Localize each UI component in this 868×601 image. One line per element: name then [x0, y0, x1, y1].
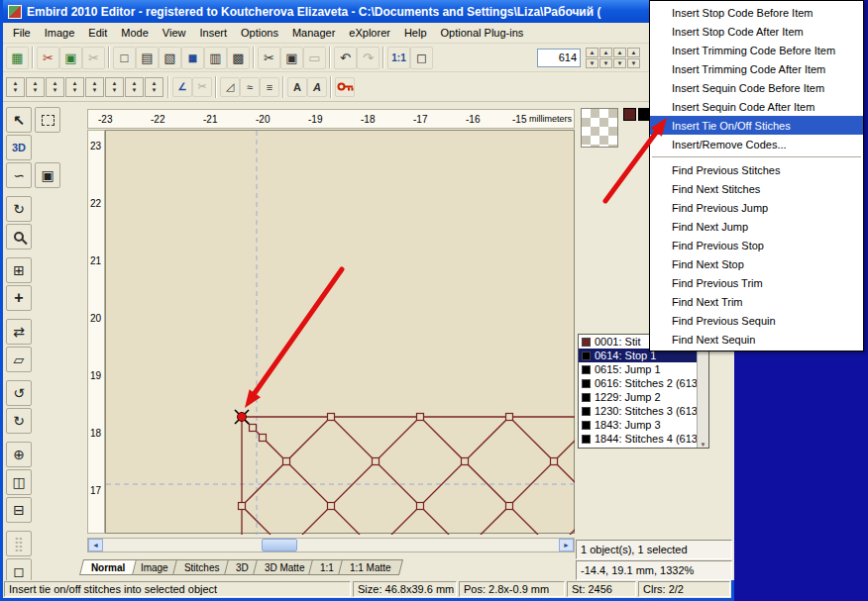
3d-view-tool[interactable]: 3D	[6, 135, 32, 160]
design-canvas[interactable]	[105, 130, 575, 534]
measure-tool-button[interactable]: ◿	[220, 77, 240, 97]
menu-item-find-next-jump[interactable]: Find Next Jump	[650, 217, 863, 236]
menu-view[interactable]: View	[156, 24, 193, 42]
menu-item-find-next-stitches[interactable]: Find Next Stitches	[650, 179, 863, 198]
clone-tool[interactable]: ⊞	[6, 257, 32, 283]
menu-item-find-prev-stop[interactable]: Find Previous Stop	[650, 236, 863, 254]
zoom-one-to-one-button[interactable]: 1:1	[387, 47, 410, 69]
menu-explorer[interactable]: eXplorer	[342, 24, 397, 42]
list-item[interactable]: 1230: Stitches 3 (613)	[579, 404, 708, 418]
horizontal-scrollbar[interactable]: ◄ ►	[87, 538, 575, 552]
list-item[interactable]: 1844: Stitches 4 (613)	[579, 432, 708, 446]
select-tool[interactable]: ↖	[6, 107, 32, 133]
menu-item-insert-sequin-after[interactable]: Insert Sequin Code After Item	[650, 97, 863, 116]
menu-item-find-next-sequin[interactable]: Find Next Sequin	[650, 330, 863, 349]
density-tool[interactable]: ⣿	[6, 531, 32, 556]
move-tool[interactable]: +	[6, 285, 32, 311]
rotate-left-tool[interactable]: ↺	[6, 380, 32, 406]
tab-3d-matte[interactable]: 3D Matte	[253, 559, 317, 575]
stitch-nav-button[interactable]: ▲▼	[105, 77, 124, 97]
menu-item-insert-remove-codes[interactable]: Insert/Remove Codes...	[650, 135, 863, 153]
menu-item-find-prev-stitches[interactable]: Find Previous Stitches	[650, 160, 863, 179]
stitch-nav-button[interactable]: ▲▼	[145, 77, 163, 97]
menu-item-find-prev-trim[interactable]: Find Previous Trim	[650, 273, 863, 292]
menu-item-insert-sequin-before[interactable]: Insert Sequin Code Before Item	[650, 78, 863, 97]
menu-file[interactable]: File	[6, 24, 38, 42]
list-item[interactable]: 1229: Jump 2	[579, 390, 708, 404]
trim-button[interactable]: ✂	[37, 47, 59, 69]
import-button[interactable]: ▧	[159, 47, 181, 69]
center-tool[interactable]: ⊕	[6, 442, 32, 467]
rect-select-tool[interactable]	[35, 107, 60, 133]
scissors-tool-button[interactable]: ✂	[192, 77, 212, 97]
stitch-nav-button[interactable]: ▲▼	[6, 77, 25, 97]
menu-item-insert-trim-before[interactable]: Insert Trimming Code Before Item	[650, 41, 863, 59]
lasso-tool[interactable]: ∽	[6, 162, 32, 188]
spinner-up-button[interactable]: ▲	[613, 48, 626, 57]
menu-insert[interactable]: Insert	[192, 24, 234, 42]
angle-tool-button[interactable]: ∠	[172, 77, 192, 97]
tab-stitches[interactable]: Stitches	[172, 559, 232, 575]
stitch-nav-button[interactable]: ▲▼	[85, 77, 104, 97]
menu-optional-plugins[interactable]: Optional Plug-ins	[434, 24, 531, 42]
rotate-tool[interactable]: ↻	[6, 196, 32, 222]
menu-manager[interactable]: Manager	[285, 24, 342, 42]
scroll-right-button[interactable]: ►	[559, 539, 574, 551]
spinner-up-button[interactable]: ▲	[627, 48, 640, 57]
split-vertical-tool[interactable]: ◫	[6, 469, 32, 495]
menu-edit[interactable]: Edit	[81, 24, 114, 42]
spinner-down-button[interactable]: ▼	[599, 58, 612, 68]
undo-button[interactable]: ↶	[334, 47, 357, 69]
menu-item-find-next-trim[interactable]: Find Next Trim	[650, 292, 863, 311]
new-button[interactable]: □	[113, 47, 136, 69]
remove-stitches-button[interactable]: ✂	[82, 47, 105, 69]
paste-button[interactable]: ▭	[303, 47, 326, 69]
menu-item-find-prev-jump[interactable]: Find Previous Jump	[650, 198, 863, 217]
menu-help[interactable]: Help	[397, 24, 434, 42]
zoom-tool[interactable]	[6, 224, 32, 250]
italic-text-tool-button[interactable]: A	[307, 77, 327, 97]
stamp-tool[interactable]: ▣	[35, 162, 60, 188]
menu-item-insert-stop-after[interactable]: Insert Stop Code After Item	[650, 22, 863, 41]
columns-tool-button[interactable]: ≡	[260, 77, 279, 97]
stitch-nav-button[interactable]: ▲▼	[26, 77, 45, 97]
scrollbar-thumb[interactable]	[262, 539, 297, 551]
hoop-grid-button[interactable]: ▦	[6, 47, 29, 69]
stitch-number-input[interactable]	[537, 49, 581, 67]
save-button[interactable]: ▦	[181, 47, 204, 69]
list-scrollbar[interactable]: ▲ ▼	[697, 335, 708, 448]
stitch-nav-button[interactable]: ▲▼	[125, 77, 144, 97]
split-horizontal-tool[interactable]: ⊟	[6, 497, 32, 523]
menu-options[interactable]: Options	[234, 24, 285, 42]
password-button[interactable]	[335, 77, 355, 97]
mirror-horizontal-tool[interactable]: ⇄	[6, 319, 32, 345]
spinner-up-button[interactable]: ▲	[586, 48, 598, 57]
spinner-up-button[interactable]: ▲	[599, 48, 612, 57]
menu-mode[interactable]: Mode	[114, 24, 156, 42]
snapshot-button[interactable]: ▣	[59, 47, 82, 69]
palette-color-chip[interactable]	[623, 108, 636, 121]
list-item[interactable]: 0616: Stitches 2 (613)	[579, 376, 708, 390]
tab-1-1-matte[interactable]: 1:1 Matte	[338, 559, 403, 575]
redo-button[interactable]: ↷	[357, 47, 380, 69]
tab-normal[interactable]: Normal	[79, 559, 137, 575]
list-item[interactable]: 1843: Jump 3	[579, 418, 708, 432]
frame-button[interactable]: ◻	[410, 47, 433, 69]
scroll-left-button[interactable]: ◄	[88, 539, 103, 551]
rotate-right-tool[interactable]: ↻	[6, 408, 32, 434]
spinner-down-button[interactable]: ▼	[627, 58, 640, 68]
menu-item-find-next-stop[interactable]: Find Next Stop	[650, 254, 863, 273]
duplicate-button[interactable]: ▩	[227, 47, 250, 69]
skew-tool[interactable]: ▱	[6, 347, 32, 372]
stitch-nav-button[interactable]: ▲▼	[46, 77, 64, 97]
cut-button[interactable]: ✂	[258, 47, 280, 69]
menu-item-insert-stop-before[interactable]: Insert Stop Code Before Item	[650, 3, 863, 22]
wave-tool-button[interactable]: ≈	[240, 77, 260, 97]
list-item[interactable]: 0615: Jump 1	[579, 362, 708, 376]
menu-item-insert-tie-on-off[interactable]: Insert Tie On/Off Stiches	[650, 116, 863, 135]
menu-image[interactable]: Image	[38, 24, 82, 42]
open-button[interactable]: ▤	[136, 47, 159, 69]
title-bar[interactable]: Embird 2010 Editor - registered to Koutc…	[3, 0, 731, 23]
menu-item-find-prev-sequin[interactable]: Find Previous Sequin	[650, 311, 863, 330]
copy-button[interactable]: ▣	[280, 47, 303, 69]
